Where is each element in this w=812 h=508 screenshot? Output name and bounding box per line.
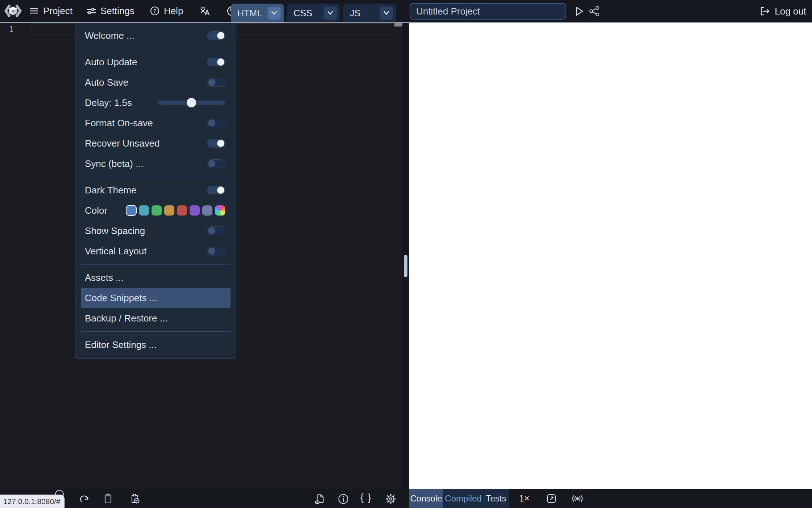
menu-item-label: Auto Save — [85, 77, 128, 88]
menu-item-label: Delay: 1.5s — [85, 97, 132, 108]
color-swatches — [126, 205, 225, 216]
menu-item-label: Recover Unsaved — [85, 138, 160, 149]
result-preview-pane[interactable] — [409, 23, 812, 489]
app-header: ProjectSettings?Help HTMLCSSJS — [0, 0, 812, 22]
menu-item-delay-1-5s[interactable]: Delay: 1.5s — [75, 93, 236, 113]
logout-button[interactable]: Log out — [759, 0, 806, 22]
sliders-icon — [86, 6, 96, 16]
settings-dropdown-menu: Welcome ...Auto UpdateAuto SaveDelay: 1.… — [75, 23, 236, 359]
chevron-down-icon[interactable] — [380, 7, 393, 20]
slider-thumb[interactable] — [187, 98, 196, 107]
broadcast-icon[interactable] — [571, 493, 584, 504]
menu-item-label: Vertical Layout — [85, 246, 147, 257]
open-in-new-window-icon[interactable] — [546, 493, 557, 504]
menu-item-backup-restore[interactable]: Backup / Restore ... — [75, 308, 236, 328]
color-swatch-1[interactable] — [139, 205, 149, 216]
editor-settings-gear-icon[interactable] — [385, 493, 397, 505]
menu-item-sync-beta[interactable]: Sync (beta) ... — [75, 153, 236, 174]
menu-item-auto-update[interactable]: Auto Update — [75, 52, 236, 72]
console-toolbar: ConsoleCompiledTests 1× — [409, 489, 812, 508]
tab-css[interactable]: CSS — [287, 4, 340, 22]
toggle-switch[interactable] — [207, 58, 225, 66]
editor-language-tabs: HTMLCSSJS — [231, 4, 396, 22]
format-braces-icon[interactable]: { } — [360, 492, 372, 503]
tab-js[interactable]: JS — [343, 4, 396, 22]
menu-item-dark-theme[interactable]: Dark Theme — [75, 180, 236, 200]
tab-label: JS — [350, 8, 360, 19]
menu-project[interactable]: Project — [29, 5, 72, 17]
console-tab-compiled[interactable]: Compiled — [443, 489, 483, 508]
menu-item-label: Editor Settings ... — [85, 339, 157, 351]
svg-text:?: ? — [153, 8, 156, 14]
menu-item-label: Sync (beta) ... — [85, 158, 144, 169]
toggle-switch[interactable] — [207, 31, 225, 40]
menu-label: Help — [164, 5, 183, 17]
menu-item-label: Color — [85, 205, 107, 216]
info-icon[interactable] — [337, 493, 349, 505]
toggle-switch[interactable] — [207, 247, 225, 255]
status-url-tooltip: 127.0.0.1:8080/# — [0, 495, 65, 508]
menu-item-label: Show Spacing — [85, 225, 145, 237]
menu-label: Settings — [100, 5, 134, 17]
file-link-icon[interactable] — [314, 493, 326, 505]
menu-item-label: Format On-save — [85, 118, 153, 129]
menu-item-recover-unsaved[interactable]: Recover Unsaved — [75, 133, 236, 153]
color-swatch-7[interactable] — [215, 205, 225, 216]
menu-settings[interactable]: Settings — [86, 5, 134, 17]
color-swatch-4[interactable] — [177, 205, 187, 216]
chevron-down-icon[interactable] — [268, 7, 281, 20]
chevron-down-icon[interactable] — [324, 7, 337, 20]
preview-zoom-button[interactable]: 1× — [519, 493, 530, 504]
menu-item-show-spacing[interactable]: Show Spacing — [75, 221, 236, 241]
toggle-switch[interactable] — [207, 159, 225, 168]
color-swatch-0[interactable] — [126, 205, 136, 216]
menu-item-welcome[interactable]: Welcome ... — [75, 25, 236, 46]
toggle-switch[interactable] — [207, 78, 225, 87]
hamburger-icon — [29, 6, 39, 16]
menu-item-format-on-save[interactable]: Format On-save — [75, 113, 236, 133]
menu-help[interactable]: ?Help — [150, 5, 183, 17]
clipboard-paste-icon[interactable] — [129, 493, 140, 505]
help-circle-icon: ? — [150, 6, 160, 16]
menu-item-label: Auto Update — [85, 57, 137, 68]
console-tab-tests[interactable]: Tests — [483, 489, 509, 508]
menu-divider — [80, 331, 231, 332]
menu-item-assets[interactable]: Assets ... — [75, 267, 236, 288]
color-swatch-5[interactable] — [190, 205, 200, 216]
color-swatch-3[interactable] — [164, 205, 174, 216]
status-url-text: 127.0.0.1:8080/# — [3, 497, 61, 506]
project-title-input[interactable] — [410, 3, 566, 20]
menu-item-code-snippets[interactable]: Code Snippets ... — [81, 288, 231, 308]
pane-split-handle[interactable] — [404, 255, 407, 277]
editor-scrollbar[interactable] — [394, 23, 402, 26]
color-swatch-6[interactable] — [202, 205, 212, 216]
menu-item-color[interactable]: Color — [75, 200, 236, 221]
menu-item-label: Assets ... — [85, 272, 124, 283]
menu-divider — [80, 49, 231, 49]
share-icon[interactable] — [589, 5, 600, 17]
toggle-switch[interactable] — [207, 226, 225, 235]
console-tab-console[interactable]: Console — [409, 489, 443, 508]
toggle-switch[interactable] — [207, 119, 225, 127]
menu-item-vertical-layout[interactable]: Vertical Layout — [75, 241, 236, 261]
redo-icon[interactable] — [79, 493, 90, 504]
menu-divider — [80, 264, 231, 265]
menu-item-label: Backup / Restore ... — [85, 313, 167, 324]
toggle-switch[interactable] — [207, 139, 225, 148]
delay-slider[interactable] — [158, 98, 225, 107]
logout-icon — [759, 6, 770, 17]
menu-item-auto-save[interactable]: Auto Save — [75, 72, 236, 93]
toggle-switch[interactable] — [207, 186, 225, 194]
translate-icon[interactable] — [200, 5, 211, 16]
menu-divider — [80, 177, 231, 177]
line-number: 1 — [6, 25, 17, 34]
pane-split-gutter[interactable] — [402, 23, 409, 489]
color-swatch-2[interactable] — [152, 205, 162, 216]
app-logo-icon[interactable] — [4, 2, 22, 20]
clipboard-copy-icon[interactable] — [103, 493, 113, 504]
run-button[interactable] — [573, 5, 585, 17]
tab-html[interactable]: HTML — [231, 4, 284, 22]
menu-item-label: Code Snippets ... — [85, 292, 157, 304]
menu-label: Project — [43, 5, 72, 17]
menu-item-editor-settings[interactable]: Editor Settings ... — [75, 335, 236, 355]
